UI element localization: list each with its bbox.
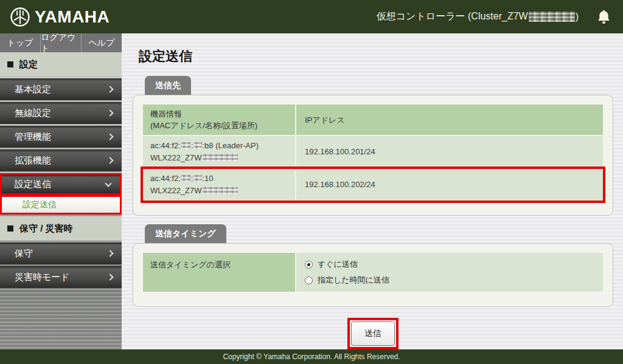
submit-button[interactable]: 送信 — [351, 321, 395, 346]
sidebar-section-settings: 設定 — [0, 52, 122, 77]
censored-cluster-id — [529, 12, 575, 22]
nav-tab-top[interactable]: トップ — [0, 33, 41, 52]
timing-panel: 送信タイミングの選択 すぐに送信 指定した時間に送信 — [133, 243, 613, 307]
sidebar-item-label: 管理機能 — [15, 131, 51, 143]
device-info-cell: ac:44:f2:::b8 (Leader-AP) WLX222_Z7W — [143, 136, 295, 168]
submit-row: 送信 — [133, 318, 613, 349]
device-info-header-cell: 機器情報 (MACアドレス/名称/設置場所) — [143, 105, 295, 135]
sidebar-item-management[interactable]: 管理機能 — [0, 126, 122, 148]
brand-text: YAMAHA — [35, 7, 110, 27]
top-bar: YAMAHA 仮想コントローラー (Cluster_Z7W) — [0, 0, 623, 33]
sidebar-item-label: 保守 — [15, 248, 33, 259]
sidebar-item-label: 無線設定 — [15, 108, 51, 119]
device-mac-line: ac:44:f2:::10 — [150, 173, 288, 185]
device-info-header-line1: 機器情報 — [150, 108, 288, 120]
ip-address-cell: 192.168.100.202/24 — [296, 169, 603, 201]
sidebar-item-maintenance[interactable]: 保守 — [0, 242, 122, 264]
sidebar-item-basic-settings[interactable]: 基本設定 — [0, 78, 122, 100]
censored-device-serial — [203, 154, 238, 162]
sidebar-item-label: 基本設定 — [15, 84, 51, 95]
timing-label-cell: 送信タイミングの選択 — [143, 253, 295, 292]
sidebar-item-label: 設定送信 — [15, 179, 51, 190]
sidebar-item-disaster-mode[interactable]: 災害時モード — [0, 266, 122, 288]
radio-label: すぐに送信 — [318, 259, 358, 270]
chevron-right-icon — [106, 86, 113, 92]
section-bullet-icon — [7, 61, 13, 67]
submit-annotation-box: 送信 — [347, 318, 399, 349]
nav-tab-help[interactable]: ヘルプ — [82, 33, 122, 52]
topbar-right: 仮想コントローラー (Cluster_Z7W) — [377, 9, 611, 25]
censored-mac-octet — [181, 174, 190, 182]
sidebar-item-label: 災害時モード — [15, 272, 70, 283]
chevron-right-icon — [106, 250, 113, 256]
sidebar-item-extended[interactable]: 拡張機能 — [0, 149, 122, 171]
main-content: 設定送信 送信先 機器情報 (MACアドレス/名称/設置場所) IPアドレス a… — [122, 33, 623, 349]
ip-address-cell: 192.168.100.201/24 — [296, 136, 603, 168]
sidebar: トップ ログアウト ヘルプ 設定 基本設定 無線設定 管理機能 拡張機能 設定送… — [0, 33, 122, 349]
sidebar-section-maintenance: 保守 / 災害時 — [0, 216, 122, 241]
timing-options-cell: すぐに送信 指定した時間に送信 — [296, 253, 603, 292]
censored-mac-octet — [194, 174, 202, 182]
chevron-right-icon — [106, 157, 113, 163]
device-info-header-line2: (MACアドレス/名称/設置場所) — [150, 120, 288, 131]
radio-button-icon — [305, 276, 313, 284]
sidebar-subitem-config-send[interactable]: 設定送信 — [0, 195, 122, 215]
radio-send-now[interactable]: すぐに送信 — [305, 259, 358, 270]
chevron-right-icon — [106, 133, 113, 140]
timing-section-label: 送信タイミング — [145, 224, 226, 243]
device-info-cell: ac:44:f2:::10 WLX222_Z7W — [143, 169, 295, 201]
section-settings-label: 設定 — [19, 59, 38, 70]
notification-bell-icon[interactable] — [597, 9, 611, 25]
controller-label: 仮想コントローラー (Cluster_Z7W) — [377, 10, 579, 23]
app-screen: YAMAHA 仮想コントローラー (Cluster_Z7W) トップ ログアウト… — [0, 0, 623, 364]
device-name-line: WLX222_Z7W — [150, 185, 288, 197]
sidebar-item-config-send[interactable]: 設定送信 — [0, 173, 122, 195]
table-row-follower-ap: ac:44:f2:::10 WLX222_Z7W 192.168.100.202… — [143, 169, 603, 201]
nav-tab-logout[interactable]: ログアウト — [41, 33, 82, 52]
section-maintenance-label: 保守 / 災害時 — [19, 223, 73, 235]
chevron-right-icon — [106, 273, 113, 280]
radio-send-at-time[interactable]: 指定した時間に送信 — [305, 275, 389, 286]
tuning-fork-icon — [10, 7, 30, 27]
controller-text-suffix: ) — [576, 12, 579, 22]
device-name-line: WLX222_Z7W — [150, 152, 288, 164]
sidebar-nav-tabs: トップ ログアウト ヘルプ — [0, 33, 122, 52]
yamaha-logo: YAMAHA — [10, 7, 110, 27]
device-mac-line: ac:44:f2:::b8 (Leader-AP) — [150, 140, 288, 152]
table-header-row: 機器情報 (MACアドレス/名称/設置場所) IPアドレス — [143, 105, 603, 135]
radio-label: 指定した時間に送信 — [318, 275, 389, 286]
chevron-right-icon — [106, 109, 113, 116]
sidebar-item-label: 拡張機能 — [15, 155, 51, 167]
footer: Copyright © Yamaha Corporation. All Righ… — [0, 349, 623, 364]
chevron-down-icon — [105, 180, 111, 187]
sidebar-subitem-label: 設定送信 — [23, 199, 57, 210]
page-title: 設定送信 — [139, 47, 613, 66]
section-bullet-icon — [7, 225, 13, 232]
timing-row: 送信タイミングの選択 すぐに送信 指定した時間に送信 — [143, 253, 603, 292]
censored-device-serial — [203, 187, 238, 194]
censored-mac-octet — [181, 142, 190, 149]
copyright-text: Copyright © Yamaha Corporation. All Righ… — [223, 352, 400, 361]
radio-button-icon — [305, 261, 313, 269]
destination-section-label: 送信先 — [145, 76, 191, 95]
sidebar-item-wireless-settings[interactable]: 無線設定 — [0, 102, 122, 124]
ip-address-header-cell: IPアドレス — [296, 105, 603, 135]
table-row-leader-ap: ac:44:f2:::b8 (Leader-AP) WLX222_Z7W 192… — [143, 136, 603, 168]
destination-panel: 機器情報 (MACアドレス/名称/設置場所) IPアドレス ac:44:f2::… — [133, 95, 613, 216]
controller-text-prefix: 仮想コントローラー (Cluster_Z7W — [377, 10, 528, 23]
censored-mac-octet — [194, 142, 202, 149]
